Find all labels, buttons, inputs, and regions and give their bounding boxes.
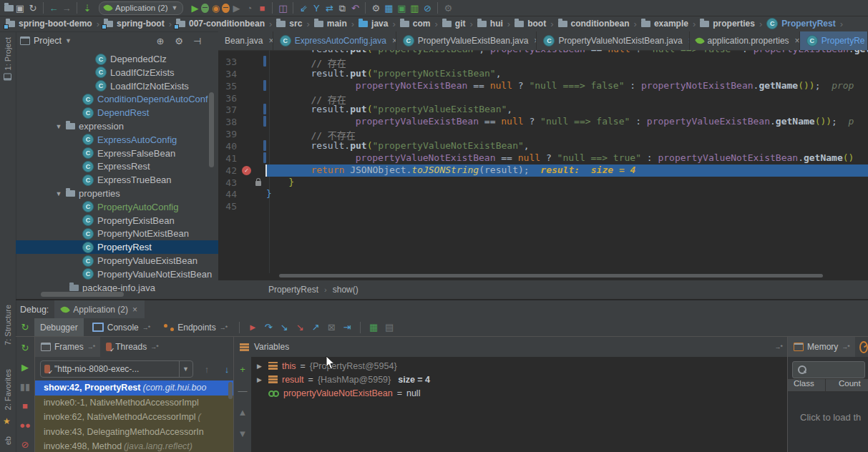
breadcrumb-item-PropertyRest[interactable]: CPropertyRest — [766, 18, 835, 29]
hide-panel-icon[interactable]: ⊣ — [191, 34, 204, 47]
tree-item-PropertyValueExistBean[interactable]: CPropertyValueExistBean — [16, 254, 218, 267]
tree-item-PropertyExistBean[interactable]: CPropertyExistBean — [16, 214, 218, 227]
breadcrumb-item-src[interactable]: src — [276, 19, 302, 29]
frame-row[interactable]: invoke:62, NativeMethodAccessorImpl ( — [35, 410, 234, 425]
code-line-40[interactable]: 40result.put("propertyValueNotExistBean"… — [218, 140, 868, 152]
code-line-partial[interactable]: result.put("propertyExistBean", property… — [218, 50, 868, 56]
move-down-icon[interactable]: ▼ — [236, 427, 249, 440]
separator-line[interactable]: — — [236, 384, 249, 397]
tree-item-PropertyNotExistBean[interactable]: CPropertyNotExistBean — [16, 227, 218, 240]
memory-table-header[interactable]: Class Count — [788, 378, 868, 392]
tab-threads[interactable]: Threads→* — [100, 337, 164, 357]
breadcrumb-item-properties[interactable]: properties — [700, 19, 755, 29]
memory-search-input[interactable] — [792, 361, 865, 378]
project-structure-icon[interactable]: ▦ — [382, 1, 395, 14]
debug-tab-Debugger[interactable]: Debugger — [34, 318, 84, 336]
tree-item-PropertyRest[interactable]: CPropertyRest — [16, 240, 218, 254]
code-line-38[interactable]: 38propertyValueExistBean == null ? "null… — [218, 116, 868, 128]
run-icon[interactable]: ▶ — [188, 1, 201, 14]
tree-item-ExpressFalseBean[interactable]: CExpressFalseBean — [16, 147, 218, 160]
breadcrumb-item-git[interactable]: git — [442, 19, 466, 29]
tree-item-PropertyValueNotExistBean[interactable]: CPropertyValueNotExistBean — [16, 267, 218, 281]
tab-ExpressAutoConfig.java[interactable]: CExpressAutoConfig.java× — [273, 31, 396, 50]
move-up-icon[interactable]: ▲ — [236, 406, 249, 418]
stop-icon[interactable]: ■ — [255, 1, 268, 14]
tree-item-DependRest[interactable]: CDependRest — [16, 106, 218, 119]
breakpoint-icon[interactable]: ✓ — [242, 166, 251, 175]
profiler-gauge-icon[interactable] — [859, 341, 868, 353]
breadcrumb-item-hui[interactable]: hui — [477, 19, 503, 29]
code-line-35[interactable]: 35propertyNotExistBean == null ? "null =… — [218, 80, 868, 92]
debug-tab-Endpoints[interactable]: Endpoints→* — [158, 318, 233, 336]
column-count[interactable]: Count — [826, 379, 861, 391]
pin-icon[interactable]: →* — [220, 324, 228, 331]
column-class[interactable]: Class — [788, 379, 826, 391]
debug-icon[interactable] — [201, 4, 209, 13]
breadcrumb-item-007-conditionbean[interactable]: 007-conditionbean — [176, 19, 265, 29]
breadcrumb-item-conditionbean[interactable]: conditionbean — [558, 19, 630, 29]
chevron-right-icon[interactable]: ▶ — [257, 363, 264, 370]
sidebar-item-web[interactable]: eb — [0, 436, 16, 445]
chevron-down-icon[interactable]: ▼ — [65, 37, 72, 44]
run-to-cursor-icon[interactable]: ⇥ — [341, 321, 353, 334]
variable-row[interactable]: propertyValueNotExistBean = null — [251, 386, 788, 400]
forward-icon[interactable]: → — [60, 1, 73, 14]
no-entry-icon[interactable]: ⊘ — [421, 1, 434, 14]
project-panel-title[interactable]: Project — [34, 36, 62, 46]
stop-debug-icon[interactable]: ■ — [19, 399, 31, 412]
resume-icon[interactable]: ▶ — [19, 360, 31, 373]
run-config-dropdown[interactable]: Application (2) ▼ — [99, 1, 183, 15]
tab-PropertyValueNotExistBean.java[interactable]: CPropertyValueNotExistBean.java× — [537, 31, 690, 50]
pause-icon[interactable]: ▮▮ — [19, 380, 31, 393]
code-line-33[interactable]: 33// 存在 — [218, 56, 868, 68]
debug-tab-Console[interactable]: Console→* — [87, 318, 156, 336]
sidebar-item-project[interactable]: 1: Project — [0, 37, 16, 80]
code-line-37[interactable]: 37result.put("propertyValueExistBean", — [218, 104, 868, 116]
view-breakpoints-icon[interactable]: ●● — [19, 418, 31, 431]
force-step-into-icon[interactable]: ↘ — [293, 321, 306, 334]
thread-selector[interactable]: "http-nio-8080-exec-... ▼ — [40, 360, 193, 378]
restore-layout-icon[interactable]: ⧉ — [336, 1, 348, 14]
project-vscrollbar[interactable] — [209, 92, 214, 167]
frame-row[interactable]: invoke:43, DelegatingMethodAccessorIn — [35, 425, 234, 440]
tree-item-ExpressRest[interactable]: CExpressRest — [16, 159, 218, 173]
chevron-down-icon[interactable]: ▼ — [179, 361, 189, 377]
code-line-41[interactable]: 41propertyValueNotExistBean == null ? "n… — [218, 152, 868, 164]
chevron-expanded-icon[interactable]: ▼ — [55, 123, 62, 130]
build-hammer-icon[interactable]: ⚙ — [442, 1, 454, 14]
wrench-icon[interactable]: ⚙ — [369, 1, 382, 14]
code-line-45[interactable]: 45 — [218, 200, 868, 212]
code-area[interactable]: result.put("propertyExistBean", property… — [218, 50, 868, 273]
code-line-43[interactable]: 43} — [218, 177, 868, 189]
breadcrumb-item-java[interactable]: java — [359, 19, 388, 29]
memory-load-message[interactable]: Click to load th — [800, 412, 861, 423]
save-group-icon[interactable]: ▣ — [395, 1, 408, 14]
code-line-39[interactable]: 39// 不存在 — [218, 128, 868, 140]
drop-frame-icon[interactable]: ⊠ — [325, 321, 338, 334]
tree-item-DependedClz[interactable]: CDependedClz — [16, 52, 218, 66]
step-out-icon[interactable]: ↗ — [309, 321, 322, 334]
frame-row[interactable]: show:42, PropertyRest (com.git.hui.boo — [35, 380, 234, 396]
show-execution-point-icon[interactable]: ► — [246, 321, 259, 334]
evaluate-expression-icon[interactable]: ▦ — [367, 321, 380, 334]
tree-item-LoadIfClzNotExists[interactable]: CLoadIfClzNotExists — [16, 79, 218, 93]
breadcrumb-item-example[interactable]: example — [641, 19, 688, 29]
rerun-icon[interactable]: ↻ — [19, 321, 31, 334]
code-line-44[interactable]: 44} — [218, 188, 868, 200]
vcs-branch-icon[interactable]: Y — [310, 1, 323, 14]
run-dotted-icon[interactable]: ▶ — [230, 1, 243, 14]
variable-row[interactable]: ▶this = {PropertyRest@5954} — [251, 359, 788, 373]
run-coverage-icon[interactable]: ◉ — [209, 1, 222, 14]
chevron-expanded-icon[interactable]: ▼ — [55, 190, 62, 197]
code-line-42[interactable]: 42✓return JSONObject.toJSONString(result… — [218, 164, 868, 177]
tree-item-PropertyAutoConfig[interactable]: CPropertyAutoConfig — [16, 200, 218, 214]
tab-frames[interactable]: Frames→* — [35, 337, 100, 357]
frame-row[interactable]: invoke:498, Method (java.lang.reflect) — [35, 439, 234, 452]
breadcrumb-method[interactable]: show() — [333, 285, 359, 295]
previous-frame-icon[interactable]: ↑ — [200, 363, 213, 375]
step-over-icon[interactable]: ↷ — [262, 321, 275, 334]
tab-application.properties[interactable]: application.properties× — [690, 31, 799, 50]
tab-memory[interactable]: Memory→* — [788, 337, 855, 357]
breadcrumb-class[interactable]: PropertyRest — [268, 285, 318, 295]
breadcrumb-item-com[interactable]: com — [400, 19, 431, 29]
